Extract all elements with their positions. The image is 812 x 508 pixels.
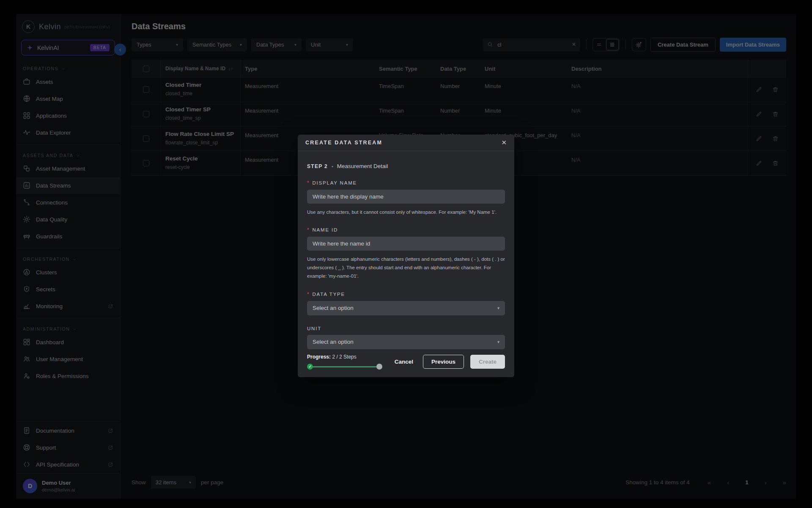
step-indicator: STEP 2 • Measurement Detail <box>307 163 505 169</box>
progress-line <box>310 366 380 367</box>
name-id-label: * NAME ID <box>307 227 505 233</box>
name-id-hint: Use only lowercase alphanumeric characte… <box>307 255 505 280</box>
display-name-label: * DISPLAY NAME <box>307 180 505 186</box>
step-title: Measurement Detail <box>337 163 388 169</box>
data-type-label: * DATA TYPE <box>307 291 505 297</box>
modal-header: CREATE DATA STREAM ✕ <box>298 135 514 151</box>
step-label: STEP 2 <box>307 163 328 169</box>
unit-select[interactable]: Select an option ▾ <box>307 335 505 349</box>
cancel-button[interactable]: Cancel <box>391 355 417 368</box>
step-current-dot <box>376 364 382 370</box>
modal-buttons: Cancel Previous Create <box>391 355 505 369</box>
close-icon[interactable]: ✕ <box>501 139 507 146</box>
required-mark: * <box>307 291 310 297</box>
caret-down-icon: ▾ <box>497 340 499 344</box>
modal-footer: Progress: 2 / 2 Steps ✓ Cancel Previous … <box>307 354 505 370</box>
name-id-field[interactable] <box>307 237 505 251</box>
create-data-stream-modal: CREATE DATA STREAM ✕ STEP 2 • Measuremen… <box>298 135 514 377</box>
screen: K Kelvin BETA Environment (DEV) ‹ Kelvin… <box>0 0 812 508</box>
required-mark: * <box>307 180 310 186</box>
progress-text: Progress: 2 / 2 Steps <box>307 354 382 360</box>
previous-button[interactable]: Previous <box>423 355 464 369</box>
modal-title: CREATE DATA STREAM <box>305 140 382 146</box>
progress-bar: ✓ <box>307 364 382 370</box>
caret-down-icon: ▾ <box>497 306 499 310</box>
bullet-icon: • <box>332 164 333 169</box>
create-button[interactable]: Create <box>470 355 505 369</box>
required-mark: * <box>307 227 310 233</box>
modal-body: STEP 2 • Measurement Detail * DISPLAY NA… <box>298 151 514 349</box>
progress-block: Progress: 2 / 2 Steps ✓ <box>307 354 382 370</box>
step-complete-icon: ✓ <box>307 364 313 370</box>
unit-label: UNIT <box>307 326 505 331</box>
data-type-select[interactable]: Select an option ▾ <box>307 301 505 315</box>
display-name-hint: Use any characters, but it cannot consis… <box>307 208 505 216</box>
display-name-field[interactable] <box>307 190 505 204</box>
